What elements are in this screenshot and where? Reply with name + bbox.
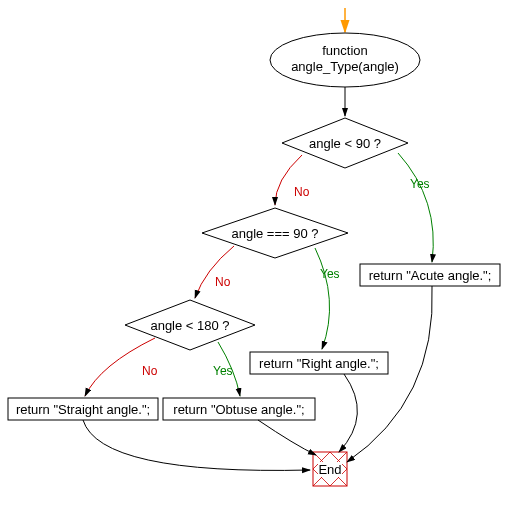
end-text: End <box>318 462 341 477</box>
d2-yes-label: Yes <box>320 267 340 281</box>
decision1-text: angle < 90 ? <box>309 136 381 151</box>
edge-straight-end <box>83 420 310 470</box>
d2-no-label: No <box>215 275 231 289</box>
edge-d1-yes <box>398 153 433 262</box>
end-node: End <box>313 452 347 486</box>
return-obtuse-text: return "Obtuse angle."; <box>173 402 304 417</box>
d3-yes-label: Yes <box>213 364 233 378</box>
return-straight-text: return "Straight angle."; <box>16 402 150 417</box>
return-right-text: return "Right angle."; <box>259 356 379 371</box>
edge-right-end <box>339 374 357 452</box>
start-line2: angle_Type(angle) <box>291 59 399 74</box>
return-acute-text: return "Acute angle."; <box>369 268 492 283</box>
edge-d2-no <box>195 246 234 298</box>
d1-no-label: No <box>294 185 310 199</box>
decision2-text: angle === 90 ? <box>231 226 318 241</box>
d1-yes-label: Yes <box>410 177 430 191</box>
flowchart: function angle_Type(angle) angle < 90 ? … <box>0 0 510 508</box>
d3-no-label: No <box>142 364 158 378</box>
decision3-text: angle < 180 ? <box>150 318 229 333</box>
start-line1: function <box>322 43 368 58</box>
edge-d2-yes <box>315 248 330 349</box>
edge-obtuse-end <box>258 420 316 455</box>
